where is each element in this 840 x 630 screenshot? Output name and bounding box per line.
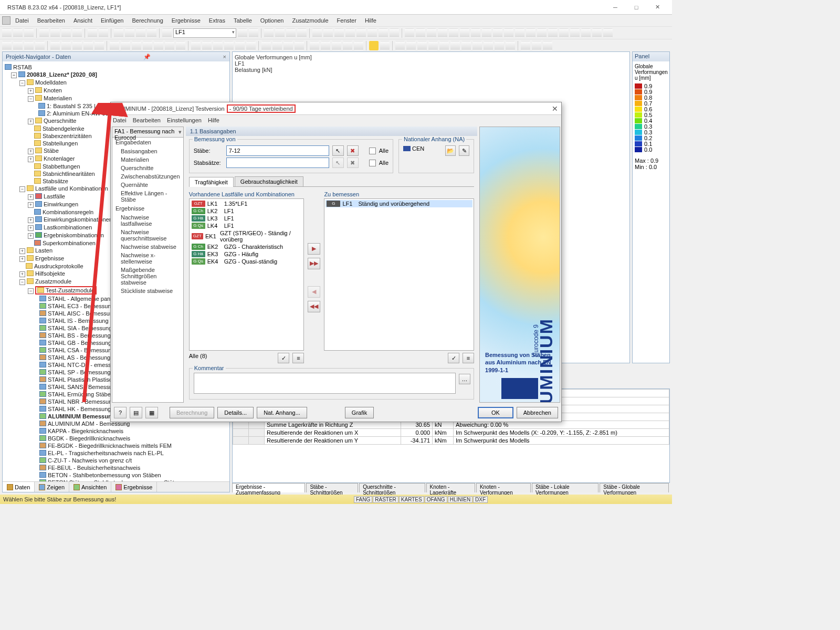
tb-s-icon[interactable] xyxy=(416,28,425,38)
tb-e-icon[interactable] xyxy=(162,28,172,38)
t2-g-icon[interactable] xyxy=(72,41,82,50)
tb-q-icon[interactable] xyxy=(390,28,399,38)
t2-ab-icon[interactable] xyxy=(321,41,330,50)
t2-as-icon[interactable] xyxy=(521,41,530,50)
lf-item[interactable]: G ChLK2LF1 xyxy=(191,207,303,215)
tb-cut-icon[interactable] xyxy=(50,28,60,38)
t2-ag-icon[interactable] xyxy=(380,41,390,50)
status-tab[interactable]: FANG xyxy=(354,496,372,503)
tb-m-icon[interactable] xyxy=(345,28,355,38)
tb-ac-icon[interactable] xyxy=(526,28,536,38)
footer-icon2[interactable]: ▤ xyxy=(130,407,142,418)
expand-icon[interactable]: + xyxy=(28,225,34,231)
t2-ak-icon[interactable] xyxy=(428,41,438,50)
kommentar-pick-icon[interactable]: … xyxy=(459,374,470,384)
dmenu-datei[interactable]: Datei xyxy=(113,117,127,123)
t2-q-icon[interactable] xyxy=(191,41,201,50)
module-item[interactable]: EL-PL - Tragsicherheitsnachweis nach EL-… xyxy=(4,449,228,457)
sel-btn1-icon[interactable]: ✓ xyxy=(448,353,459,363)
kommentar-input[interactable] xyxy=(194,373,456,394)
module-item[interactable]: BETON - Stahlbetonbemessung von Stäben xyxy=(4,471,228,479)
expand-icon[interactable]: − xyxy=(28,288,34,294)
nav-nw-x[interactable]: Nachweise x-stellenweise xyxy=(112,251,183,266)
na-combo[interactable]: CEN xyxy=(403,145,442,156)
tb-c-icon[interactable] xyxy=(136,28,145,38)
menu-zusatzmodule[interactable]: Zusatzmodule xyxy=(289,16,332,25)
move-right-icon[interactable]: ▶ xyxy=(308,243,320,255)
dialog-close-icon[interactable]: ✕ xyxy=(552,104,558,113)
berechnung-button[interactable]: Berechnung xyxy=(170,407,214,418)
expand-icon[interactable]: − xyxy=(19,186,25,192)
sel-btn2-icon[interactable]: ≡ xyxy=(463,353,474,363)
t2-w-icon[interactable] xyxy=(261,41,271,50)
t2-n-icon[interactable] xyxy=(154,41,163,50)
result-tab[interactable]: Knoten - Verformungen xyxy=(476,483,531,492)
t2-aa-icon[interactable] xyxy=(310,41,319,50)
nav-sg[interactable]: Maßgebende Schnittgrößen stabweise xyxy=(112,266,183,287)
module-item[interactable]: BGDK - Biegedrillknicknachweis xyxy=(4,435,228,442)
menu-tabelle[interactable]: Tabelle xyxy=(230,16,256,25)
list-btn2-icon[interactable]: ≡ xyxy=(292,353,304,363)
expand-icon[interactable]: + xyxy=(28,233,34,239)
tb-ae-icon[interactable] xyxy=(548,28,558,38)
lf-item[interactable]: GZTEK1GZT (STR/GEO) - Ständig / vorüberg xyxy=(191,229,303,243)
expand-icon[interactable]: + xyxy=(28,194,34,200)
t2-l-icon[interactable] xyxy=(132,41,141,50)
tb-aj-icon[interactable] xyxy=(603,28,613,38)
tb-i-icon[interactable] xyxy=(297,28,307,38)
expand-icon[interactable]: − xyxy=(11,72,17,78)
result-tab[interactable]: Knoten - Lagerkräfte xyxy=(426,483,475,492)
nav-tab-zeigen[interactable]: Zeigen xyxy=(35,482,69,492)
pick-icon[interactable]: ↖ xyxy=(332,145,344,156)
tb-redo-icon[interactable] xyxy=(99,28,108,38)
t2-af-icon[interactable] xyxy=(369,41,379,50)
result-tab[interactable]: Stäbe - Schnittgrößen xyxy=(306,483,358,492)
t2-ac-icon[interactable] xyxy=(332,41,341,50)
lf-combo[interactable]: LF1 xyxy=(173,28,236,38)
t2-t-icon[interactable] xyxy=(224,41,234,50)
t2-am-icon[interactable] xyxy=(450,41,460,50)
footer-icon3[interactable]: ▦ xyxy=(145,407,158,418)
expand-icon[interactable]: − xyxy=(19,80,25,86)
nav-nw-lf[interactable]: Nachweise lastfallweise xyxy=(112,213,183,228)
tb-undo-icon[interactable] xyxy=(88,28,97,38)
clear2-icon[interactable]: ✖ xyxy=(347,158,359,168)
tb-ad-icon[interactable] xyxy=(537,28,547,38)
t2-aq-icon[interactable] xyxy=(495,41,504,50)
tb-p-icon[interactable] xyxy=(379,28,388,38)
nav-zwischen[interactable]: Zwischenabstützungen xyxy=(112,172,183,181)
t2-ad-icon[interactable] xyxy=(343,41,352,50)
result-tab[interactable]: Stäbe - Lokale Verformungen xyxy=(532,483,598,492)
na-edit-icon[interactable]: ✎ xyxy=(459,145,469,156)
case-combo[interactable]: FA1 - Bemessung nach Eurocod xyxy=(112,127,183,138)
menu-einfuegen[interactable]: Einfügen xyxy=(97,16,127,25)
t2-s-icon[interactable] xyxy=(213,41,223,50)
navigator-close-icon[interactable]: × xyxy=(223,54,226,60)
tb-ai-icon[interactable] xyxy=(592,28,602,38)
t2-e-icon[interactable] xyxy=(50,41,60,50)
tb-b-icon[interactable] xyxy=(125,28,134,38)
t2-o-icon[interactable] xyxy=(165,41,174,50)
lf-item[interactable]: GZTLK11.35*LF1 xyxy=(191,200,303,207)
tb-d-icon[interactable] xyxy=(147,28,156,38)
clear-icon[interactable]: ✖ xyxy=(347,145,359,156)
t2-au-icon[interactable] xyxy=(543,41,552,50)
nav-querschnitte[interactable]: Querschnitte xyxy=(112,164,183,172)
tb-prev-icon[interactable] xyxy=(238,28,247,38)
expand-icon[interactable]: + xyxy=(28,88,34,94)
dmenu-bearbeiten[interactable]: Bearbeiten xyxy=(133,117,161,123)
staebe-input[interactable] xyxy=(226,145,329,156)
list-btn1-icon[interactable]: ✓ xyxy=(278,353,289,363)
status-tab[interactable]: DXF xyxy=(473,496,488,503)
status-tab[interactable]: HLINIEN xyxy=(448,496,472,503)
nav-tab-ansichten[interactable]: Ansichten xyxy=(69,482,111,492)
abbrechen-button[interactable]: Abbrechen xyxy=(517,407,558,418)
nav-basisangaben[interactable]: Basisangaben xyxy=(112,147,183,155)
grid-row[interactable]: Resultierende der Reaktionen um Y-34.171… xyxy=(233,437,669,445)
dialog-nav-tree[interactable]: FA1 - Bemessung nach Eurocod Eingabedate… xyxy=(112,127,184,403)
tb-ab-icon[interactable] xyxy=(515,28,524,38)
expand-icon[interactable]: + xyxy=(19,271,25,277)
lf-item[interactable]: G QsEK4GZG - Quasi-ständig xyxy=(191,258,303,265)
move-all-right-icon[interactable]: ▶▶ xyxy=(308,258,320,269)
status-tab[interactable]: OFANG xyxy=(425,496,447,503)
